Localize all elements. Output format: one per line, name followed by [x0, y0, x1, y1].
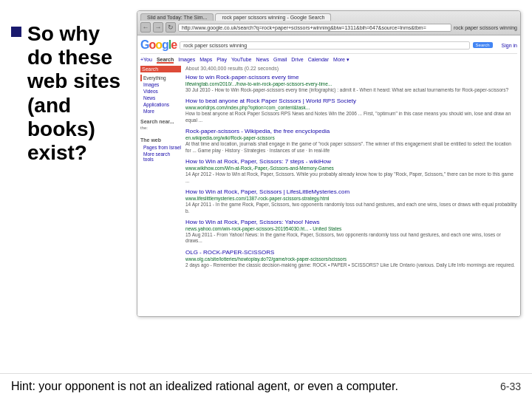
nav-play[interactable]: Play [216, 57, 227, 64]
result-snippet-6: 15 Aug 2011 - From Yahoo! News: In the g… [185, 232, 517, 245]
result-url-4: www.wikihow.com/Win-at-Rock,-Paper,-Scis… [185, 166, 517, 171]
address-bar[interactable]: http://www.google.co.uk/search?q=rock+pa… [178, 24, 451, 32]
sidebar-search-label: Search [140, 66, 181, 72]
result-title-5[interactable]: How to Win at Rock, Paper, Scissors | Li… [185, 188, 517, 195]
result-title-2[interactable]: How to beat anyone at Rock Paper Scissor… [185, 98, 517, 104]
address-right: rock paper scissors winning [454, 25, 517, 30]
content-area: So why do these web sites (and books) ex… [0, 0, 532, 373]
result-snippet-7: 2 days ago - Remember the classic decisi… [185, 262, 517, 268]
google-search-button[interactable]: Search [473, 42, 493, 48]
result-snippet-5: 14 Apr 2011 - In the game Rock, Paper, S… [185, 202, 517, 214]
nav-you[interactable]: +You [140, 57, 152, 64]
sidebar-section-title-nearloc: Search near... [140, 119, 181, 124]
result-item-2: How to beat anyone at Rock Paper Scissor… [185, 98, 517, 123]
sidebar-pages-from[interactable]: Pages from Israel [140, 144, 181, 151]
browser-back-button[interactable]: ← [140, 22, 151, 33]
search-sidebar: Search Everything Images Videos News App… [140, 66, 181, 273]
google-header: Google rock paper scissors winning Searc… [140, 38, 517, 54]
bullet-text-wrapper: So why do these web sites (and books) ex… [11, 22, 129, 165]
sidebar-location-label: the: [140, 126, 181, 130]
sidebar-more-tools[interactable]: More search tools [140, 151, 181, 163]
result-snippet-4: 14 Apr 2012 - How to Win at Rock, Paper,… [185, 171, 517, 184]
result-item-3: Rock-paper-scissors - Wikipedia, the fre… [185, 128, 517, 154]
sidebar-images[interactable]: Images [140, 81, 181, 88]
result-url-3: en.wikipedia.org/wiki/Rock-paper-scissor… [185, 135, 517, 140]
result-snippet-3: At that time and location, journals shal… [185, 141, 517, 154]
results-info: About 30,400,000 results (0.22 seconds) [185, 66, 517, 71]
sidebar-videos[interactable]: Videos [140, 88, 181, 95]
nav-youtube[interactable]: YouTube [231, 57, 252, 64]
results-layout: Search Everything Images Videos News App… [140, 66, 517, 273]
sidebar-news[interactable]: News [140, 95, 181, 101]
google-logo: Google [140, 38, 177, 52]
google-nav: +You Search Images Maps Play YouTube New… [140, 56, 517, 64]
sidebar-section-title-web: The web [140, 137, 181, 143]
bullet-text: So why do these web sites (and books) ex… [27, 22, 129, 165]
browser-forward-button[interactable]: → [153, 22, 163, 33]
result-url-5: www.lifeslittlemysteries.com/1387-rock-p… [185, 196, 517, 201]
result-url-7: www.olg.ca/site/lotteries/howtoplay.do?2… [185, 256, 517, 262]
sidebar-more[interactable]: More [140, 108, 181, 115]
browser-tabs: Slid and Today: The Sim... rock paper sc… [140, 13, 517, 21]
slide-number: 6-33 [500, 381, 521, 392]
result-item-1: How to win Rock-paper-scissors every tim… [185, 74, 517, 93]
result-url-1: lifewingtab.com/2010/.../how-to-win-rock… [185, 81, 517, 86]
nav-gmail[interactable]: Gmail [273, 57, 287, 64]
nav-maps[interactable]: Maps [200, 57, 212, 64]
result-item-4: How to Win at Rock, Paper, Scissors: 7 s… [185, 158, 517, 184]
result-item-7: OLG - ROCK-PAPER-SCISSORS www.olg.ca/sit… [185, 249, 517, 268]
browser-chrome: Slid and Today: The Sim... rock paper sc… [137, 11, 520, 35]
google-signin[interactable]: Sign in [502, 43, 517, 48]
browser-mockup: Slid and Today: The Sim... rock paper sc… [137, 10, 521, 317]
browser-content: Google rock paper scissors winning Searc… [137, 35, 520, 316]
google-search-box[interactable]: rock paper scissors winning [180, 41, 469, 50]
result-title-7[interactable]: OLG - ROCK-PAPER-SCISSORS [185, 249, 517, 256]
nav-calendar[interactable]: Calendar [308, 57, 329, 64]
result-title-1[interactable]: How to win Rock-paper-scissors every tim… [185, 74, 517, 81]
result-snippet-1: 30 Jul 2010 - How to Win Rock-paper-scis… [185, 87, 517, 93]
browser-controls: ← → ↻ http://www.google.co.uk/search?q=r… [140, 22, 517, 33]
result-url-2: www.worldrps.com/index.php?option=com_co… [185, 105, 517, 110]
hint-bar: Hint: your opponent is not an idealized … [0, 373, 532, 399]
nav-more[interactable]: More ▾ [333, 57, 349, 64]
main-container: So why do these web sites (and books) ex… [0, 0, 532, 399]
right-panel: Slid and Today: The Sim... rock paper sc… [137, 7, 521, 366]
nav-drive[interactable]: Drive [291, 57, 303, 64]
sidebar-applications[interactable]: Applications [140, 101, 181, 108]
result-title-4[interactable]: How to Win at Rock, Paper, Scissors: 7 s… [185, 158, 517, 165]
nav-search[interactable]: Search [157, 57, 174, 64]
result-url-6: news.yahoo.com/win-rock-paper-scissors-2… [185, 226, 517, 231]
result-snippet-2: How to beat anyone at Rock Paper Scissor… [185, 111, 517, 123]
results-main: About 30,400,000 results (0.22 seconds) … [185, 66, 517, 273]
browser-reload-button[interactable]: ↻ [166, 22, 176, 33]
nav-news[interactable]: News [256, 57, 270, 64]
browser-tab-other[interactable]: Slid and Today: The Sim... [140, 13, 214, 21]
result-title-3[interactable]: Rock-paper-scissors - Wikipedia, the fre… [185, 128, 517, 134]
result-item-5: How to Win at Rock, Paper, Scissors | Li… [185, 188, 517, 214]
left-panel: So why do these web sites (and books) ex… [11, 7, 129, 366]
sidebar-everything[interactable]: Everything [140, 75, 181, 81]
hint-text: Hint: your opponent is not an idealized … [11, 380, 398, 393]
nav-images[interactable]: Images [178, 57, 195, 64]
result-item-6: How to Win at Rock, Paper, Scissors: Yah… [185, 219, 517, 245]
browser-tab-active[interactable]: rock paper scissors winning - Google Sea… [215, 13, 331, 21]
bullet-icon [11, 27, 21, 37]
result-title-6[interactable]: How to Win at Rock, Paper, Scissors: Yah… [185, 219, 517, 225]
